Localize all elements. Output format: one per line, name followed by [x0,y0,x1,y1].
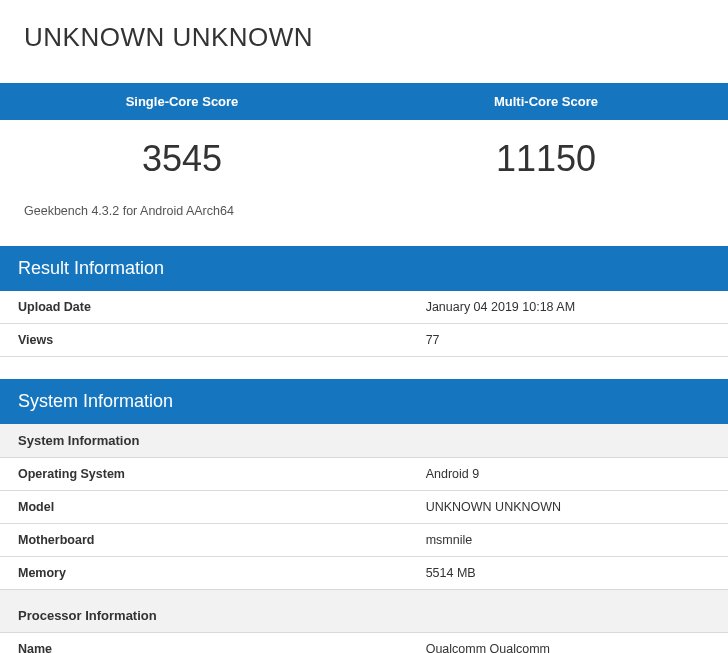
row-label: Motherboard [0,524,408,557]
single-core-col: Single-Core Score 3545 [0,83,364,200]
result-info-header: Result Information [0,246,728,291]
row-label: Views [0,324,408,357]
row-value: 77 [408,324,728,357]
system-info-header: System Information [0,379,728,424]
row-label: Upload Date [0,291,408,324]
table-row: Motherboard msmnile [0,524,728,557]
table-row: Views 77 [0,324,728,357]
subheader-label: System Information [0,424,728,458]
multi-core-col: Multi-Core Score 11150 [364,83,728,200]
system-info-table: System Information Operating System Andr… [0,424,728,653]
table-row: Model UNKNOWN UNKNOWN [0,491,728,524]
row-value: 5514 MB [408,557,728,590]
row-value: Android 9 [408,458,728,491]
subheader-row: Processor Information [0,590,728,633]
multi-core-label: Multi-Core Score [364,83,728,120]
multi-core-value: 11150 [364,120,728,200]
row-label: Memory [0,557,408,590]
table-row: Name Qualcomm Qualcomm [0,633,728,654]
single-core-label: Single-Core Score [0,83,364,120]
scores-row: Single-Core Score 3545 Multi-Core Score … [0,83,728,200]
table-row: Memory 5514 MB [0,557,728,590]
result-info-table: Upload Date January 04 2019 10:18 AM Vie… [0,291,728,357]
page-title: UNKNOWN UNKNOWN [0,0,728,83]
subheader-row: System Information [0,424,728,458]
subheader-label: Processor Information [0,590,728,633]
row-value: UNKNOWN UNKNOWN [408,491,728,524]
row-label: Model [0,491,408,524]
row-value: msmnile [408,524,728,557]
row-label: Name [0,633,408,654]
row-label: Operating System [0,458,408,491]
table-row: Operating System Android 9 [0,458,728,491]
geekbench-version: Geekbench 4.3.2 for Android AArch64 [0,200,728,246]
table-row: Upload Date January 04 2019 10:18 AM [0,291,728,324]
single-core-value: 3545 [0,120,364,200]
row-value: January 04 2019 10:18 AM [408,291,728,324]
row-value: Qualcomm Qualcomm [408,633,728,654]
